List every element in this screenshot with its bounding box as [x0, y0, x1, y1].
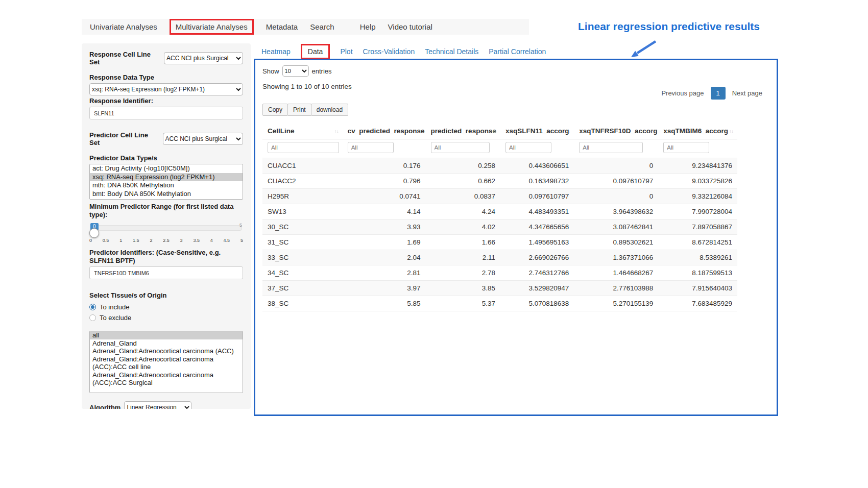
cell-value: 0.097610797 [574, 174, 658, 189]
cell-value: 1.495695163 [500, 235, 574, 250]
min-range-slider[interactable]: 0 5 00.511.522.533.544.55 [89, 221, 243, 245]
cell-value: 8.5389261 [658, 250, 737, 265]
download-button[interactable]: download [311, 104, 348, 116]
cell-value: 1.69 [343, 235, 426, 250]
filter-input-xsqtnfrsf10d-accorg[interactable] [579, 142, 643, 153]
nav-item-univariate-analyses[interactable]: Univariate Analyses [90, 22, 157, 31]
tissue-origin-listbox[interactable]: allAdrenal_GlandAdrenal_Gland:Adrenocort… [89, 331, 243, 393]
tissue-option-all[interactable]: all [90, 331, 243, 339]
cell-line-name: SW13 [262, 204, 343, 219]
predictor-data-type-listbox[interactable]: act: Drug Activity (-log10[IC50M])xsq: R… [89, 164, 243, 200]
tissue-option-adrenal-gland-adrenocortical-carcinoma-acc[interactable]: Adrenal_Gland:Adrenocortical carcinoma (… [90, 347, 243, 355]
tab-plot[interactable]: Plot [340, 47, 352, 56]
slider-tick: 4.5 [224, 238, 230, 243]
cell-line-name: 31_SC [262, 235, 343, 250]
cell-value: 0.176 [343, 158, 426, 174]
sort-icon[interactable]: ↑↓ [729, 128, 733, 134]
tab-heatmap[interactable]: Heatmap [261, 47, 291, 56]
filter-cell-cv-predicted-response [343, 139, 426, 158]
response-identifier-label: Response Identifier: [89, 97, 243, 105]
results-table: CellLine↑↓cv_predicted_response↑↓predict… [262, 123, 737, 311]
nav-item-search[interactable]: Search [310, 22, 334, 31]
predictor-data-type-option-act-drug-activity-log10-ic50m[interactable]: act: Drug Activity (-log10[IC50M]) [90, 164, 243, 173]
table-row[interactable]: 37_SC3.973.853.5298209472.7761039887.915… [262, 281, 737, 296]
cell-value: 0.0741 [343, 189, 426, 204]
sort-icon[interactable]: ↑↓ [650, 128, 654, 134]
column-header-predicted-response[interactable]: predicted_response↑↓ [426, 123, 500, 139]
tab-cross-validation[interactable]: Cross-Validation [363, 47, 415, 56]
page-length-select[interactable]: 10 [282, 65, 309, 77]
slider-tick: 1 [119, 238, 122, 243]
next-page-button[interactable]: Next page [727, 87, 767, 100]
filter-input-cellline[interactable] [268, 142, 339, 153]
predictor-data-type-option-bmt-body-dna-850k-methylation[interactable]: bmt: Body DNA 850K Methylation [90, 190, 243, 199]
table-row[interactable]: 30_SC3.934.024.3476656563.0874628417.897… [262, 219, 737, 235]
sidebar-panel: Response Cell Line Set ACC NCI plus Surg… [82, 43, 251, 409]
radio-exclude-label: To exclude [100, 314, 131, 322]
table-row[interactable]: 34_SC2.812.782.7463127661.4646682678.187… [262, 265, 737, 281]
tissue-option-adrenal-gland-adrenocortical-carcinoma-acc-acc-c[interactable]: Adrenal_Gland:Adrenocortical carcinoma (… [90, 355, 243, 371]
slider-handle[interactable] [89, 228, 99, 238]
filter-input-xsqtmbim6-accorg[interactable] [663, 142, 709, 153]
table-row[interactable]: 38_SC5.855.375.0708186385.2701551397.683… [262, 296, 737, 311]
algorithm-select[interactable]: Linear Regression [124, 401, 191, 409]
filter-input-predicted-response[interactable] [431, 142, 490, 153]
predictor-data-type-option-xsq-rna-seq-expression-log2-fpkm-1[interactable]: xsq: RNA-seq Expression (log2 FPKM+1) [90, 173, 243, 182]
radio-to-include[interactable]: To include [89, 303, 243, 311]
nav-item-video-tutorial[interactable]: Video tutorial [388, 22, 432, 31]
column-header-xsqtmbim6-accorg[interactable]: xsqTMBIM6_accorg↑↓ [658, 123, 737, 139]
response-identifier-input[interactable] [89, 107, 243, 119]
table-row[interactable]: 31_SC1.691.661.4956951630.8953026218.672… [262, 235, 737, 250]
tab-partial-correlation[interactable]: Partial Correlation [489, 47, 546, 56]
cell-value: 4.14 [343, 204, 426, 219]
sort-icon[interactable]: ↑↓ [334, 128, 339, 134]
sort-icon[interactable]: ↑↓ [418, 128, 422, 134]
nav-item-help[interactable]: Help [360, 22, 376, 31]
column-header-xsqslfn11-accorg[interactable]: xsqSLFN11_accorg↑↓ [500, 123, 574, 139]
tissue-option-adrenal-gland[interactable]: Adrenal_Gland [90, 339, 243, 348]
cell-value: 9.234841376 [658, 158, 737, 174]
predictor-data-type-option-mth-dna-850k-methylation[interactable]: mth: DNA 850K Methylation [90, 181, 243, 190]
response-data-type-select[interactable]: xsq: RNA-seq Expression (log2 FPKM+1) [89, 83, 243, 95]
tissue-option-adrenal-gland-adrenocortical-carcinoma-acc-acc-s[interactable]: Adrenal_Gland:Adrenocortical carcinoma (… [90, 371, 243, 387]
predictor-cell-line-set-select[interactable]: ACC NCI plus Surgical [163, 133, 244, 145]
pagination: Previous page 1 Next page [656, 87, 767, 100]
radio-exclude-icon[interactable] [89, 314, 96, 321]
print-button[interactable]: Print [287, 104, 311, 116]
table-row[interactable]: CUACC20.7960.6620.1634987320.0976107979.… [262, 174, 737, 189]
column-header-cellline[interactable]: CellLine↑↓ [262, 123, 343, 139]
table-row[interactable]: CUACC10.1760.2580.44360665109.234841376 [262, 158, 737, 174]
table-row[interactable]: H295R0.07410.08370.09761079709.332126084 [262, 189, 737, 204]
results-panel: Show 10 entries Showing 1 to 10 of 10 en… [254, 59, 778, 416]
column-header-xsqtnfrsf10d-accorg[interactable]: xsqTNFRSF10D_accorg↑↓ [574, 123, 658, 139]
algorithm-label: Algorithm [89, 404, 120, 409]
cell-value: 2.776103988 [574, 281, 658, 296]
annotation-arrow-icon [627, 39, 660, 61]
radio-include-icon[interactable] [89, 304, 96, 310]
show-entries-prefix: Show [262, 67, 279, 75]
slider-tick: 0.5 [103, 238, 109, 243]
cell-value: 3.85 [426, 281, 500, 296]
radio-to-exclude[interactable]: To exclude [89, 314, 243, 322]
predictor-identifiers-input[interactable] [89, 266, 243, 279]
table-row[interactable]: 33_SC2.042.112.6690267661.3673710668.538… [262, 250, 737, 265]
filter-input-cv-predicted-response[interactable] [348, 142, 394, 153]
nav-item-metadata[interactable]: Metadata [266, 22, 298, 31]
tab-data[interactable]: Data [301, 44, 330, 59]
cell-value: 8.672814251 [658, 235, 737, 250]
copy-button[interactable]: Copy [262, 104, 288, 116]
tab-technical-details[interactable]: Technical Details [425, 47, 478, 56]
sort-icon[interactable]: ↑↓ [492, 128, 496, 134]
slider-track[interactable] [90, 225, 242, 231]
filter-input-xsqslfn11-accorg[interactable] [505, 142, 551, 153]
response-cell-line-set-select[interactable]: ACC NCI plus Surgical [164, 52, 243, 64]
nav-item-multivariate-analyses[interactable]: Multivariate Analyses [170, 19, 254, 35]
table-row[interactable]: SW134.144.244.4834933513.9643986327.9907… [262, 204, 737, 219]
page-number-button[interactable]: 1 [711, 87, 726, 100]
column-header-cv-predicted-response[interactable]: cv_predicted_response↑↓ [343, 123, 426, 139]
tissue-origin-label: Select Tissue/s of Origin [89, 291, 243, 300]
cell-value: 5.85 [343, 296, 426, 311]
previous-page-button[interactable]: Previous page [656, 87, 709, 100]
sort-icon[interactable]: ↑↓ [566, 128, 570, 134]
cell-value: 0.258 [426, 158, 500, 174]
